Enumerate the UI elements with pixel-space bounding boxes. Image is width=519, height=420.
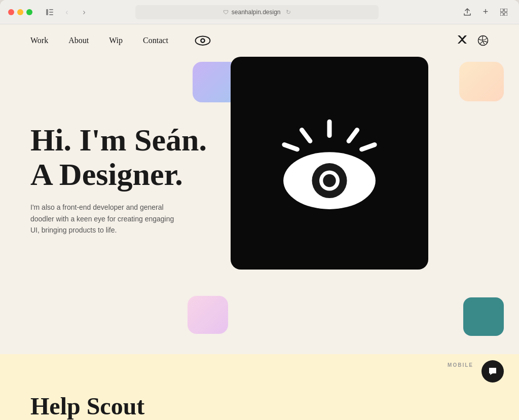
nav-right	[457, 35, 489, 47]
browser-toolbar: ‹ › 🛡 seanhalpin.design ↻ +	[0, 0, 519, 24]
nav-links: Work About Wip Contact	[30, 35, 211, 46]
url-text: seanhalpin.design	[232, 9, 281, 16]
hero-subtext: I'm also a front-end developer and gener…	[30, 202, 182, 236]
svg-rect-7	[504, 13, 507, 16]
traffic-lights	[8, 9, 32, 15]
hero-section: Hi. I'm Seán. A Designer. I'm also a fro…	[0, 57, 519, 354]
bottom-title: Help Scout	[30, 392, 144, 420]
deco-peach-block	[459, 62, 504, 101]
browser-actions: +	[460, 5, 511, 19]
svg-rect-1	[49, 9, 53, 10]
nav-work[interactable]: Work	[30, 36, 48, 45]
deco-pink-block	[188, 296, 228, 334]
hero-heading: Hi. I'm Seán. A Designer.	[30, 123, 207, 192]
deco-teal-block	[463, 297, 504, 336]
svg-rect-0	[46, 9, 48, 15]
share-button[interactable]	[460, 5, 474, 19]
dribbble-icon[interactable]	[477, 35, 489, 46]
minimize-button[interactable]	[17, 9, 23, 15]
nav-about[interactable]: About	[68, 36, 89, 45]
svg-line-13	[302, 130, 310, 141]
svg-point-20	[323, 174, 336, 187]
maximize-button[interactable]	[26, 9, 32, 15]
eye-logo-icon[interactable]	[195, 35, 211, 46]
address-bar[interactable]: 🛡 seanhalpin.design ↻	[135, 5, 379, 19]
svg-rect-2	[49, 12, 53, 13]
svg-point-10	[201, 40, 204, 42]
shield-icon: 🛡	[223, 9, 229, 15]
svg-line-16	[362, 145, 375, 149]
mobile-label: MOBILE	[448, 362, 473, 368]
svg-rect-5	[504, 9, 507, 12]
refresh-icon: ↻	[286, 9, 291, 16]
svg-line-15	[284, 145, 297, 149]
nav-contact[interactable]: Contact	[143, 36, 168, 45]
sidebar-toggle-button[interactable]	[43, 7, 57, 18]
tab-grid-button[interactable]	[497, 5, 511, 19]
browser-controls: ‹ ›	[43, 7, 91, 18]
svg-rect-4	[500, 9, 503, 12]
back-button[interactable]: ‹	[60, 7, 74, 18]
svg-line-14	[349, 130, 357, 141]
browser-window: ‹ › 🛡 seanhalpin.design ↻ +	[0, 0, 519, 420]
new-tab-button[interactable]: +	[478, 5, 493, 19]
svg-rect-6	[500, 13, 503, 16]
twitter-icon[interactable]	[457, 35, 467, 47]
chat-button[interactable]	[481, 360, 504, 383]
eye-illustration-card	[231, 57, 428, 270]
hero-text-block: Hi. I'm Seán. A Designer. I'm also a fro…	[30, 123, 207, 236]
website-content: Work About Wip Contact	[0, 24, 519, 420]
svg-rect-3	[49, 14, 53, 15]
eye-svg	[264, 112, 395, 214]
forward-button[interactable]: ›	[77, 7, 91, 18]
svg-point-11	[478, 36, 488, 46]
bottom-section: MOBILE Help Scout	[0, 354, 519, 420]
navigation: Work About Wip Contact	[0, 24, 519, 57]
nav-wip[interactable]: Wip	[109, 36, 123, 45]
close-button[interactable]	[8, 9, 14, 15]
